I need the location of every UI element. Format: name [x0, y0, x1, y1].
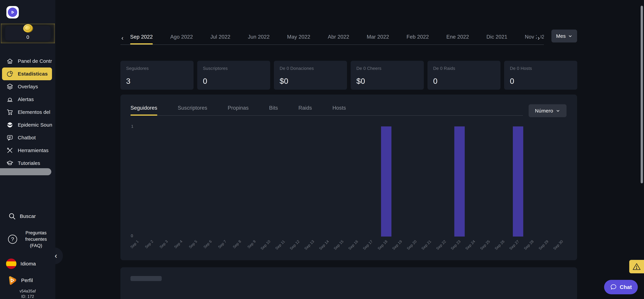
month-tab-jun-2022[interactable]: Jun 2022 — [248, 34, 270, 45]
x-axis-label-text: Sep 1 — [130, 239, 140, 249]
stat-card-label: De 0 Hosts — [510, 66, 572, 71]
coin-balance-card[interactable]: 0 — [1, 24, 55, 43]
stat-card-suscriptores: Suscriptores0 — [197, 61, 270, 90]
x-axis-label-text: Sep 2 — [144, 239, 154, 249]
x-axis-label-text: Sep 14 — [318, 239, 330, 251]
tools-icon — [6, 147, 14, 154]
metric-tab-label: Hosts — [332, 105, 346, 111]
bar-chart-plot: Sep 1Sep 2Sep 3Sep 4Sep 5Sep 6Sep 7Sep 8… — [130, 126, 569, 236]
x-axis-label-text: Sep 22 — [435, 239, 447, 251]
period-select[interactable]: Mes — [552, 30, 577, 43]
month-tab-label: Feb 2022 — [406, 34, 429, 40]
value-type-select[interactable]: Número — [528, 104, 566, 117]
x-axis-label-text: Sep 28 — [523, 239, 535, 251]
x-axis-label-sep-7: Sep 7 — [214, 239, 224, 244]
sidebar-item-estad-sticas[interactable]: Estadísticas — [2, 68, 52, 80]
metric-tab-suscriptores[interactable]: Suscriptores — [178, 105, 207, 115]
bar-sep-23[interactable] — [454, 126, 465, 236]
x-axis-label-text: Sep 16 — [348, 239, 359, 251]
x-axis-label-sep-6: Sep 6 — [200, 239, 210, 244]
x-axis-label-text: Sep 24 — [464, 239, 476, 251]
metric-tab-label: Propinas — [228, 105, 249, 111]
sidebar-item-herramientas[interactable]: Herramientas — [2, 144, 52, 157]
stat-card-de-0-donaciones: De 0 Donaciones$0 — [274, 61, 347, 90]
sidebar-item-overlays[interactable]: Overlays — [2, 80, 52, 93]
x-axis-label-sep-5: Sep 5 — [185, 239, 195, 244]
play-logo-icon — [8, 8, 17, 17]
metric-tab-label: Seguidores — [130, 105, 157, 111]
chat-button[interactable]: Chat — [604, 280, 638, 294]
bar-sep-27[interactable] — [513, 126, 523, 236]
month-tab-mar-2022[interactable]: Mar 2022 — [367, 34, 389, 45]
x-axis-label-text: Sep 17 — [362, 239, 374, 251]
x-axis-label-sep-24: Sep 24 — [461, 239, 473, 244]
version-info: v54a35af ID: 172 — [10, 288, 45, 299]
month-tabs-track — [120, 45, 544, 45]
sidebar-item-elementos-del-strea[interactable]: Elementos del strea — [2, 106, 52, 119]
sidebar-item-epidemic-sound[interactable]: Epidemic Sound — [2, 119, 52, 131]
sidebar-collapse-icon[interactable]: ‹ — [55, 251, 57, 260]
search-label: Buscar — [20, 213, 36, 219]
metric-tab-raids[interactable]: Raids — [298, 105, 312, 115]
month-tab-abr-2022[interactable]: Abr 2022 — [328, 34, 349, 45]
x-axis-label-text: Sep 19 — [392, 239, 403, 251]
x-axis-label-text: Sep 29 — [538, 239, 550, 251]
month-tab-dic-2021[interactable]: Dic 2021 — [486, 34, 508, 45]
x-axis-label-text: Sep 13 — [304, 239, 315, 251]
month-tab-label: Ago 2022 — [170, 34, 193, 40]
streamer-dashboard: { "app": { "coin_count": "0", "version":… — [0, 0, 644, 299]
vertical-scrollbar-thumb[interactable] — [641, 6, 643, 183]
bar-sep-18[interactable] — [381, 126, 392, 236]
metric-tab-hosts[interactable]: Hosts — [332, 105, 346, 115]
month-tab-jul-2022[interactable]: Jul 2022 — [210, 34, 230, 45]
sidebar-item-label: Elementos del strea — [18, 109, 52, 115]
sidebar-language[interactable]: Idioma — [6, 258, 36, 269]
metric-tab-bits[interactable]: Bits — [269, 105, 278, 115]
sidebar-item-label: Alertas — [18, 97, 34, 102]
months-prev-icon[interactable]: ‹ — [122, 35, 124, 42]
sidebar-item-label: Estadísticas — [18, 71, 48, 77]
sidebar-item-alertas[interactable]: Alertas — [2, 93, 52, 106]
sidebar-scroll-pill[interactable] — [0, 168, 51, 175]
warning-tab[interactable] — [629, 260, 644, 273]
sidebar-item-tutoriales[interactable]: Tutoriales — [2, 157, 52, 170]
month-tab-ene-2022[interactable]: Ene 2022 — [446, 34, 469, 45]
sidebar-profile[interactable]: Perfil — [7, 275, 33, 286]
x-axis-label-sep-1: Sep 1 — [126, 239, 136, 244]
stat-card-value: 0 — [203, 77, 265, 86]
x-axis-label-sep-10: Sep 10 — [256, 239, 268, 244]
metric-tab-propinas[interactable]: Propinas — [228, 105, 249, 115]
sidebar-item-panel-de-control[interactable]: Panel de Control — [2, 55, 52, 68]
x-axis-label-text: Sep 18 — [377, 239, 388, 251]
sidebar-item-label: Overlays — [18, 84, 38, 90]
sidebar-faq[interactable]: ? Preguntas frecuentes (FAQ) — [8, 230, 51, 249]
stat-card-value: 0 — [433, 77, 495, 86]
months-next-icon[interactable]: › — [537, 35, 541, 42]
metric-tab-seguidores[interactable]: Seguidores — [130, 105, 157, 115]
active-tab-underline — [130, 43, 153, 45]
sidebar-item-label: Tutoriales — [18, 160, 40, 166]
x-axis-label-text: Sep 4 — [174, 239, 184, 249]
user-id: ID: 172 — [10, 294, 45, 299]
secondary-panel-pill[interactable] — [130, 276, 162, 281]
month-tab-nov-2021[interactable]: Nov 2021 — [525, 34, 544, 45]
x-axis-label-sep-15: Sep 15 — [330, 239, 342, 244]
x-axis-label-sep-12: Sep 12 — [286, 239, 298, 244]
month-tab-sep-2022[interactable]: Sep 2022 — [130, 34, 153, 45]
metric-tab-label: Bits — [269, 105, 278, 111]
x-axis-label-sep-4: Sep 4 — [170, 239, 180, 244]
sidebar-item-chatbot[interactable]: Chatbot — [2, 131, 52, 144]
app-logo[interactable] — [6, 6, 19, 19]
sidebar-search[interactable]: Buscar — [8, 212, 36, 220]
x-axis-label-sep-22: Sep 22 — [432, 239, 444, 244]
sidebar-item-label: Panel de Control — [18, 58, 52, 64]
month-tab-label: Abr 2022 — [328, 34, 349, 40]
month-tab-feb-2022[interactable]: Feb 2022 — [406, 34, 429, 45]
month-tab-may-2022[interactable]: May 2022 — [287, 34, 310, 45]
question-icon: ? — [8, 235, 17, 244]
stat-card-label: De 0 Cheers — [356, 66, 418, 71]
x-axis-label-sep-23: Sep 23 — [446, 239, 458, 244]
month-tab-ago-2022[interactable]: Ago 2022 — [170, 34, 193, 45]
profile-play-icon — [6, 274, 18, 286]
metric-tab-label: Suscriptores — [178, 105, 207, 111]
